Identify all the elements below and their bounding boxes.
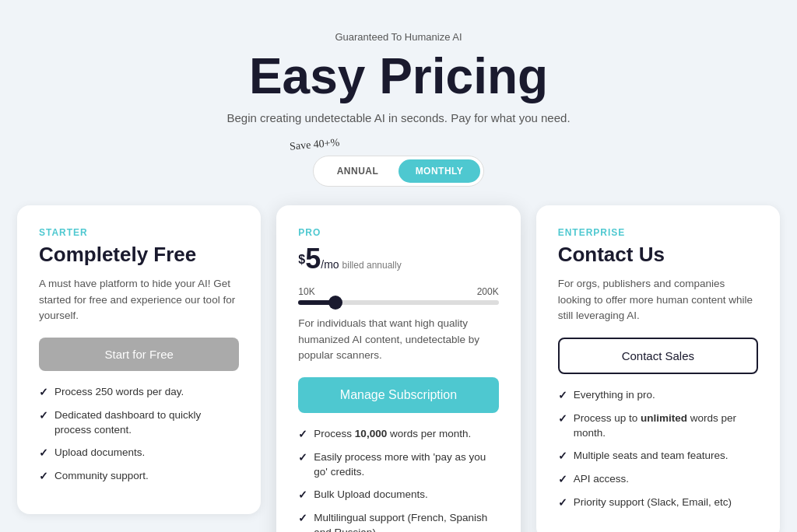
check-icon: ✓ (558, 412, 567, 427)
enterprise-plan-label: ENTERPRISE (558, 227, 758, 238)
enterprise-plan-name: Contact Us (558, 243, 758, 267)
check-icon: ✓ (558, 389, 567, 404)
list-item: ✓ Everything in pro. (558, 388, 758, 404)
pro-plan-description: For individuals that want high quality h… (298, 316, 498, 363)
list-item: ✓ Bulk Upload documents. (298, 488, 498, 503)
enterprise-plan-description: For orgs, publishers and companies looki… (558, 276, 758, 324)
manage-subscription-button[interactable]: Manage Subscription (298, 377, 498, 413)
check-icon: ✓ (39, 470, 48, 485)
check-icon: ✓ (558, 496, 567, 511)
starter-plan-label: STARTER (39, 227, 239, 238)
check-icon: ✓ (298, 512, 307, 527)
list-item: ✓ API access. (558, 472, 758, 488)
list-item: ✓Community support. (39, 469, 239, 485)
slider-track[interactable] (298, 300, 498, 305)
starter-card: STARTER Completely Free A must have plat… (17, 205, 261, 513)
pro-feature-list: ✓ Process 10,000 words per month. ✓ Easi… (298, 427, 498, 532)
pro-card: PRO $5/mobilled annually 10K 200K For in… (276, 205, 520, 532)
tagline: Guaranteed To Humanize AI (226, 31, 570, 43)
list-item: ✓ Multilingual support (French, Spanish … (298, 511, 498, 532)
slider-max-label: 200K (477, 286, 499, 297)
price-amount: 5 (305, 243, 321, 275)
list-item: ✓Upload documents. (39, 446, 239, 461)
enterprise-card: ENTERPRISE Contact Us For orgs, publishe… (536, 205, 780, 532)
list-item: ✓Dedicated dashboard to quickly process … (39, 408, 239, 438)
slider-thumb[interactable] (328, 296, 342, 310)
check-icon: ✓ (298, 488, 307, 503)
list-item: ✓ Process 10,000 words per month. (298, 427, 498, 443)
page-header: Guaranteed To Humanize AI Easy Pricing B… (226, 31, 570, 140)
starter-plan-name: Completely Free (39, 243, 239, 267)
list-item: ✓ Priority support (Slack, Email, etc) (558, 495, 758, 511)
check-icon: ✓ (298, 428, 307, 443)
contact-sales-button[interactable]: Contact Sales (558, 338, 758, 374)
main-title: Easy Pricing (226, 49, 570, 103)
slider-min-label: 10K (298, 286, 314, 297)
slider-labels: 10K 200K (298, 286, 498, 297)
price-per: /mo (321, 258, 339, 271)
list-item: ✓ Easily process more with 'pay as you g… (298, 450, 498, 480)
list-item: ✓ Process up to unlimited words per mont… (558, 411, 758, 441)
check-icon: ✓ (558, 450, 567, 464)
starter-feature-list: ✓Process 250 words per day. ✓Dedicated d… (39, 385, 239, 484)
check-icon: ✓ (39, 446, 48, 461)
annual-toggle[interactable]: ANNUAL (317, 159, 398, 183)
billing-toggle-wrapper: Save 40+% ANNUAL MONTHLY (313, 156, 484, 187)
starter-plan-description: A must have platform to hide your AI! Ge… (39, 276, 239, 324)
check-icon: ✓ (39, 386, 48, 401)
start-free-button[interactable]: Start for Free (39, 338, 239, 371)
pro-plan-label: PRO (298, 227, 498, 238)
word-slider[interactable]: 10K 200K (298, 286, 498, 305)
pricing-cards: STARTER Completely Free A must have plat… (17, 205, 780, 532)
check-icon: ✓ (39, 409, 48, 424)
list-item: ✓Process 250 words per day. (39, 385, 239, 401)
price-billed: billed annually (342, 260, 402, 271)
list-item: ✓ Multiple seats and team features. (558, 449, 758, 464)
billing-toggle: ANNUAL MONTHLY (313, 156, 484, 187)
check-icon: ✓ (298, 451, 307, 466)
check-icon: ✓ (558, 473, 567, 488)
price-dollar: $ (298, 253, 305, 266)
pro-price-display: $5/mobilled annually (298, 243, 498, 275)
monthly-toggle[interactable]: MONTHLY (398, 159, 480, 183)
subtitle: Begin creating undetectable AI in second… (226, 111, 570, 124)
enterprise-feature-list: ✓ Everything in pro. ✓ Process up to unl… (558, 388, 758, 510)
